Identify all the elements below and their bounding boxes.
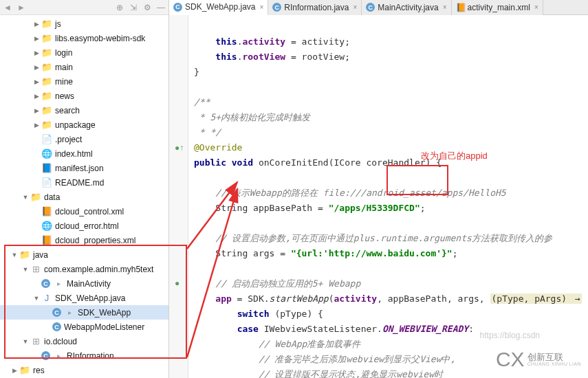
- tree-arrow-icon[interactable]: ▶: [33, 107, 40, 114]
- tree-arrow-icon[interactable]: ▼: [22, 194, 29, 201]
- target-icon[interactable]: ⊕: [115, 3, 124, 12]
- tree-item[interactable]: ▶📁login: [0, 45, 168, 60]
- project-tree[interactable]: ▶📁js▶📁libs.easymob-webim-sdk▶📁login▶📁mai…: [0, 15, 168, 378]
- tree-item[interactable]: ▶📁res: [0, 363, 168, 377]
- watermark-logo: CX 创新互联 CHUANG XINHU LIAN: [496, 348, 581, 371]
- editor-gutter: ●↑ ●: [169, 15, 188, 378]
- tree-arrow-icon[interactable]: ▶: [11, 367, 18, 374]
- tree-arrow-icon[interactable]: ▼: [33, 295, 40, 302]
- editor-tab[interactable]: CSDK_WebApp.java×: [169, 0, 268, 15]
- folder-test-icon: 📁: [19, 365, 30, 376]
- tree-item[interactable]: ▶📄.project: [0, 132, 168, 146]
- tree-item[interactable]: ▼📁java: [0, 247, 168, 262]
- tree-arrow-icon[interactable]: ▶: [33, 21, 40, 27]
- annotation-text: 改为自己的appid: [421, 150, 488, 162]
- tree-item[interactable]: ▼JSDK_WebApp.java: [0, 291, 168, 305]
- file-txt-icon: 📄: [41, 134, 52, 145]
- tree-item[interactable]: ▶📁main: [0, 60, 168, 74]
- editor-tab-bar: CSDK_WebApp.java×CRInformation.java×CMai…: [169, 0, 588, 15]
- arrow-right-icon[interactable]: ►: [17, 3, 26, 12]
- gutter-marker-icon: ●↑: [175, 143, 184, 153]
- class-c-icon: C: [41, 351, 50, 360]
- tree-item[interactable]: ▶📁news: [0, 89, 168, 103]
- tree-item[interactable]: ▶📙dcloud_control.xml: [0, 204, 168, 219]
- code-editor[interactable]: this.activity = activity; this.rootView …: [188, 15, 588, 378]
- tree-item-label: java: [33, 250, 48, 260]
- tree-item[interactable]: ▶📘manifest.json: [0, 161, 168, 175]
- tree-item[interactable]: ▶C▸RInformation: [0, 348, 168, 363]
- file-json-icon: 📘: [41, 163, 52, 174]
- tab-label: activity_main.xml: [468, 3, 530, 12]
- tree-item-label: com.example.admin.myh5text: [44, 265, 153, 274]
- tab-close-icon[interactable]: ×: [443, 3, 447, 11]
- tree-arrow-icon[interactable]: ▶: [33, 122, 40, 129]
- class-icon: C: [272, 3, 281, 12]
- runnable-icon: ▸: [53, 278, 64, 289]
- tree-item-label: manifest.json: [55, 164, 104, 173]
- tree-item-label: README.md: [55, 178, 104, 188]
- tab-label: SDK_WebApp.java: [185, 2, 256, 12]
- tab-close-icon[interactable]: ×: [260, 3, 264, 11]
- tree-item[interactable]: ▶🌐dcloud_error.html: [0, 219, 168, 233]
- tree-item-label: search: [55, 106, 80, 115]
- file-txt-icon: 📄: [41, 177, 52, 188]
- tree-item[interactable]: ▶C▸MainActivity: [0, 276, 168, 291]
- tree-item[interactable]: ▶🌐index.html: [0, 146, 168, 161]
- file-xml-icon: 📙: [41, 235, 52, 246]
- tree-arrow-icon[interactable]: ▼: [22, 338, 29, 345]
- class-c-icon: C: [41, 279, 50, 288]
- editor-tab[interactable]: 📙activity_main.xml×: [452, 0, 543, 15]
- tree-arrow-icon[interactable]: ▶: [33, 64, 40, 71]
- tree-item[interactable]: ▼⊞io.dcloud: [0, 334, 168, 348]
- tree-item[interactable]: ▶C▸SDK_WebApp: [0, 305, 168, 320]
- tree-item[interactable]: ▶📁search: [0, 103, 168, 118]
- folder-icon: 📁: [41, 62, 52, 73]
- folder-icon: 📁: [41, 33, 52, 44]
- package-icon: ⊞: [30, 264, 41, 275]
- tree-item-label: WebappModeListener: [64, 322, 144, 332]
- tree-arrow-icon[interactable]: ▶: [33, 49, 40, 56]
- folder-icon: 📁: [41, 105, 52, 116]
- class-c-icon: C: [52, 308, 61, 317]
- folder-icon: 📁: [41, 47, 52, 58]
- editor-tab[interactable]: CMainActivity.java×: [362, 0, 451, 15]
- tree-item-label: dcloud_properties.xml: [55, 236, 135, 245]
- tab-close-icon[interactable]: ×: [353, 3, 357, 11]
- tree-item[interactable]: ▶📄README.md: [0, 175, 168, 190]
- tree-item[interactable]: ▶📙dcloud_properties.xml: [0, 233, 168, 247]
- tree-item-label: io.dcloud: [44, 337, 77, 346]
- tree-arrow-icon[interactable]: ▶: [33, 93, 40, 100]
- watermark-url: https://blog.csdn: [480, 331, 540, 340]
- project-toolbar: ◄ ► ⊕ ⇲ ⚙ —: [0, 0, 168, 15]
- hide-icon[interactable]: —: [156, 3, 166, 12]
- tree-item[interactable]: ▶📁unpackage: [0, 118, 168, 132]
- gear-icon[interactable]: ⚙: [142, 3, 152, 12]
- runnable-icon: ▸: [53, 351, 64, 362]
- tab-label: MainActivity.java: [378, 3, 438, 12]
- project-tree-panel: ◄ ► ⊕ ⇲ ⚙ — ▶📁js▶📁libs.easymob-webim-sdk…: [0, 0, 169, 378]
- folder-icon: 📁: [41, 91, 52, 102]
- file-html-icon: 🌐: [41, 148, 52, 159]
- tree-arrow-icon[interactable]: ▼: [22, 266, 29, 273]
- tab-close-icon[interactable]: ×: [534, 3, 538, 11]
- tree-item[interactable]: ▼📁data: [0, 190, 168, 204]
- collapse-icon[interactable]: ⇲: [129, 3, 138, 12]
- tree-item[interactable]: ▶📁libs.easymob-webim-sdk: [0, 31, 168, 45]
- tree-arrow-icon[interactable]: ▶: [33, 35, 40, 42]
- gutter-marker-icon: ●: [175, 278, 179, 288]
- class-c-icon: C: [52, 322, 61, 331]
- tree-item[interactable]: ▼⊞com.example.admin.myh5text: [0, 262, 168, 276]
- tree-item[interactable]: ▶CWebappModeListener: [0, 320, 168, 334]
- tree-item[interactable]: ▶📁mine: [0, 74, 168, 89]
- tree-arrow-icon[interactable]: ▼: [11, 252, 18, 258]
- arrow-left-icon[interactable]: ◄: [3, 3, 12, 12]
- folder-icon: 📁: [19, 249, 30, 260]
- tree-item-label: SDK_WebApp: [78, 308, 131, 318]
- tree-item-label: js: [55, 19, 61, 29]
- editor-tab[interactable]: CRInformation.java×: [268, 0, 362, 15]
- tree-item-label: index.html: [55, 149, 93, 159]
- tree-item-label: dcloud_control.xml: [55, 207, 124, 216]
- tree-arrow-icon[interactable]: ▶: [33, 78, 40, 85]
- tree-item[interactable]: ▶📁js: [0, 16, 168, 31]
- class-icon: C: [366, 3, 375, 12]
